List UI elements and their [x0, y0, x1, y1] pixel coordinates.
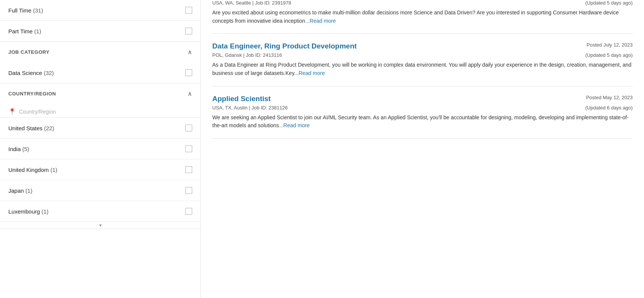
job-card-0-title[interactable]: Data Engineer, Ring Product Development: [212, 42, 357, 50]
uk-checkbox[interactable]: [185, 166, 192, 173]
japan-filter-row: Japan (1): [0, 180, 201, 201]
country-search-row: 📍 Country/Region: [0, 104, 201, 118]
first-job-meta-row: USA, WA, Seattle | Job ID: 2391978 (Upda…: [212, 0, 633, 6]
us-text: United States: [8, 125, 42, 131]
job-card-0-meta-row: POL, Gdansk | Job ID: 2413116 (Updated 5…: [212, 52, 633, 58]
job-card-0-posted: Posted July 12, 2023: [587, 42, 633, 48]
main-content: USA, WA, Seattle | Job ID: 2391978 (Upda…: [201, 0, 644, 298]
job-card-1-header: Applied Scientist Posted May 12, 2023: [212, 95, 633, 103]
country-region-title: COUNTRY/REGION: [8, 91, 56, 97]
japan-label: Japan (1): [8, 187, 32, 194]
country-region-chevron-icon: ∧: [188, 90, 192, 97]
luxembourg-label: Luxembourg (1): [8, 208, 49, 215]
sidebar: Full Time (31) Part Time (1) JOB CATEGOR…: [0, 0, 201, 298]
job-card-1-description: We are seeking an Applied Scientist to j…: [212, 114, 633, 130]
job-card-0-meta: POL, Gdansk | Job ID: 2413116: [212, 52, 282, 58]
employment-type-section: Full Time (31) Part Time (1): [0, 0, 201, 42]
first-job-updated: (Updated 5 days ago): [585, 0, 633, 6]
job-card-1-posted: Posted May 12, 2023: [586, 95, 633, 100]
job-card-0-read-more[interactable]: ...Read more: [294, 70, 325, 76]
job-card-0-header: Data Engineer, Ring Product Development …: [212, 42, 633, 50]
japan-text: Japan: [8, 187, 24, 194]
job-card-1: Applied Scientist Posted May 12, 2023 US…: [212, 86, 633, 139]
job-card-first: USA, WA, Seattle | Job ID: 2391978 (Upda…: [212, 0, 633, 34]
india-text: India: [8, 146, 21, 152]
japan-checkbox[interactable]: [185, 187, 192, 194]
us-label: United States (22): [8, 125, 54, 131]
job-card-0-updated: (Updated 5 days ago): [585, 52, 633, 58]
parttime-label: Part Time (1): [8, 28, 41, 34]
parttime-filter-row: Part Time (1): [0, 21, 201, 41]
parttime-count: (1): [34, 28, 41, 34]
india-count: (5): [22, 146, 29, 152]
pin-icon: 📍: [8, 108, 16, 115]
parttime-text: Part Time: [8, 28, 33, 34]
job-category-chevron-icon: ∧: [188, 48, 192, 56]
india-label: India (5): [8, 146, 29, 152]
job-category-title: JOB CATEGORY: [8, 49, 50, 55]
country-list-wrapper: United States (22) India (5): [0, 118, 201, 229]
japan-count: (1): [25, 187, 32, 194]
country-region-header[interactable]: COUNTRY/REGION ∧: [0, 83, 201, 104]
fulltime-label: Full Time (31): [8, 7, 43, 14]
country-search-placeholder: Country/Region: [19, 109, 56, 115]
job-card-1-read-more[interactable]: ...Read more: [279, 122, 310, 128]
job-card-0: Data Engineer, Ring Product Development …: [212, 34, 633, 86]
data-science-text: Data Science: [8, 70, 42, 76]
first-job-meta: USA, WA, Seattle | Job ID: 2391978: [212, 0, 291, 6]
job-card-1-meta: USA, TX, Austin | Job ID: 2381126: [212, 105, 288, 111]
job-category-section: JOB CATEGORY ∧ Data Science (32): [0, 42, 201, 83]
country-list: United States (22) India (5): [0, 118, 201, 222]
luxembourg-count: (1): [42, 208, 49, 215]
india-filter-row: India (5): [0, 139, 201, 159]
job-card-0-description-text: As a Data Engineer at Ring Product Devel…: [212, 62, 631, 76]
us-count: (22): [44, 125, 54, 131]
job-card-0-description: As a Data Engineer at Ring Product Devel…: [212, 61, 633, 77]
uk-text: United Kingdom: [8, 167, 49, 173]
data-science-checkbox[interactable]: [185, 69, 192, 76]
india-checkbox[interactable]: [185, 145, 192, 152]
fulltime-count: (31): [33, 7, 43, 14]
uk-label: United Kingdom (1): [8, 167, 57, 173]
uk-count: (1): [50, 167, 57, 173]
job-card-1-description-text: We are seeking an Applied Scientist to j…: [212, 114, 628, 129]
job-category-header[interactable]: JOB CATEGORY ∧: [0, 42, 201, 62]
scroll-down-arrow[interactable]: ▾: [0, 222, 201, 229]
parttime-checkbox[interactable]: [185, 28, 192, 34]
luxembourg-filter-row: Luxembourg (1): [0, 201, 201, 222]
data-science-label: Data Science (32): [8, 70, 54, 76]
data-science-count: (32): [44, 70, 54, 76]
job-card-1-meta-row: USA, TX, Austin | Job ID: 2381126 (Updat…: [212, 105, 633, 111]
first-job-description-text: Are you excited about using econometrics…: [212, 9, 619, 24]
fulltime-filter-row: Full Time (31): [0, 0, 201, 21]
job-card-1-title[interactable]: Applied Scientist: [212, 95, 271, 103]
luxembourg-text: Luxembourg: [8, 208, 40, 215]
first-job-description: Are you excited about using econometrics…: [212, 9, 633, 25]
fulltime-text: Full Time: [8, 7, 31, 14]
country-region-section: COUNTRY/REGION ∧ 📍 Country/Region United…: [0, 83, 201, 229]
us-checkbox[interactable]: [185, 125, 192, 131]
uk-filter-row: United Kingdom (1): [0, 159, 201, 180]
luxembourg-checkbox[interactable]: [185, 208, 192, 215]
data-science-filter-row: Data Science (32): [0, 62, 201, 83]
job-card-1-updated: (Updated 6 days ago): [585, 105, 633, 111]
us-filter-row: United States (22): [0, 118, 201, 139]
first-job-read-more[interactable]: ...Read more: [305, 18, 336, 24]
fulltime-checkbox[interactable]: [185, 7, 192, 14]
